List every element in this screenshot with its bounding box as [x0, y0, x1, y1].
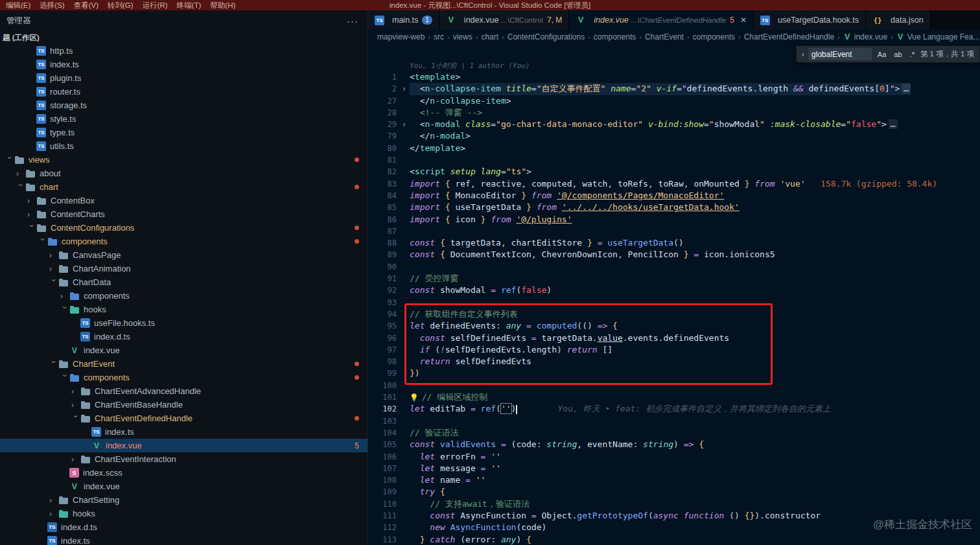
- code-token: template: [420, 143, 461, 153]
- tree-item-http.ts[interactable]: TShttp.ts: [0, 44, 368, 58]
- tree-item-plugin.ts[interactable]: TSplugin.ts: [0, 71, 368, 85]
- tree-item-ChartSetting[interactable]: ChartSetting: [0, 493, 368, 507]
- tree-item-ChartAnimation[interactable]: ChartAnimation: [0, 262, 368, 275]
- code-token: import: [410, 191, 440, 200]
- menu-帮助(H)[interactable]: 帮助(H): [205, 1, 240, 10]
- tree-item-ChartEventBaseHandle[interactable]: ChartEventBaseHandle: [0, 398, 368, 412]
- code-token: title: [506, 84, 531, 93]
- menu-编辑(E)[interactable]: 编辑(E): [1, 1, 35, 10]
- tree-item-ChartEventDefinedHandle[interactable]: ChartEventDefinedHandle: [0, 412, 368, 425]
- fold-collapsed-icon[interactable]: [402, 119, 406, 130]
- tree-item-index.ts[interactable]: TSindex.ts: [0, 534, 368, 545]
- close-icon[interactable]: [740, 16, 747, 25]
- code-line-content: }): [410, 367, 420, 379]
- breadcrumb-item-src[interactable]: src: [434, 32, 444, 41]
- tree-item-hooks[interactable]: hooks: [0, 303, 368, 316]
- regex-icon[interactable]: .*: [908, 50, 916, 59]
- breadcrumb-item-index.vue[interactable]: Vindex.vue: [843, 32, 887, 41]
- folder-icon: [58, 264, 69, 273]
- find-expand-icon[interactable]: [802, 50, 804, 59]
- tab-data.json[interactable]: {}data.json: [866, 10, 931, 30]
- more-actions-icon[interactable]: ···: [347, 16, 358, 27]
- menu-选择(S)[interactable]: 选择(S): [35, 1, 69, 10]
- tab-main.ts[interactable]: TSmain.ts1: [368, 10, 439, 30]
- tree-item-index.vue[interactable]: Vindex.vue: [0, 343, 368, 357]
- code-line: 94// 获取组件自定义事件列表: [368, 308, 980, 320]
- breadcrumb-item-components[interactable]: components: [693, 32, 735, 41]
- tree-item-ChartEvent[interactable]: ChartEvent: [0, 357, 368, 371]
- tree-item-index.d.ts[interactable]: TSindex.d.ts: [0, 520, 368, 534]
- code-token: setup: [450, 167, 476, 176]
- code-editor[interactable]: Aa ab .* 第 1 项，共 1 项 You, 1小时前 | 1 autho…: [368, 44, 980, 545]
- tab-useTargetData.hook.ts[interactable]: TSuseTargetData.hook.ts: [754, 10, 866, 30]
- code-line: 90: [368, 261, 980, 273]
- folder-icon: [58, 495, 69, 505]
- menu-终端(T)[interactable]: 终端(T): [172, 1, 206, 10]
- line-number: 96: [368, 332, 410, 344]
- code-token: eventName: [587, 439, 633, 449]
- tab-label: data.json: [891, 16, 924, 25]
- tree-item-useFile.hooks.ts[interactable]: TSuseFile.hooks.ts: [0, 316, 368, 330]
- whole-word-icon[interactable]: ab: [892, 50, 904, 59]
- tree-item-ContentCharts[interactable]: ContentCharts: [0, 207, 368, 221]
- tree-item-ContentBox[interactable]: ContentBox: [0, 194, 368, 207]
- tree-item-label: hooks: [84, 305, 106, 314]
- tab-index.vue[interactable]: Vindex.vue...\ChartEventDefinedHandle5: [569, 10, 754, 30]
- code-token: ": [682, 84, 687, 93]
- tree-item-style.ts[interactable]: TSstyle.ts: [0, 112, 368, 126]
- breadcrumb-item-Vue Language Fea...[interactable]: VVue Language Fea...: [896, 32, 980, 41]
- tree-item-storage.ts[interactable]: TSstorage.ts: [0, 99, 368, 112]
- tree-item-utils.ts[interactable]: TSutils.ts: [0, 139, 368, 153]
- find-input[interactable]: [808, 48, 872, 60]
- tree-item-index.d.ts[interactable]: TSindex.d.ts: [0, 330, 368, 343]
- tree-item-index.ts[interactable]: TSindex.ts: [0, 425, 368, 439]
- breadcrumb-item-views[interactable]: views: [453, 32, 472, 41]
- tree-item-components[interactable]: components: [0, 371, 368, 384]
- code-line: 88const { targetData, chartEditStore } =…: [368, 237, 980, 249]
- tree-item-components[interactable]: components: [0, 235, 368, 248]
- breadcrumb-item-ContentConfigurations[interactable]: ContentConfigurations: [508, 32, 585, 41]
- code-token: ,: [607, 179, 618, 189]
- code-token: …: [889, 119, 898, 129]
- code-token: showModal: [714, 119, 760, 129]
- tree-item-type.ts[interactable]: TStype.ts: [0, 126, 368, 139]
- fold-collapsed-icon[interactable]: [402, 83, 406, 95]
- code-token: >: [526, 167, 531, 176]
- breadcrumb-item-chart[interactable]: chart: [481, 32, 498, 41]
- workspace-section-header[interactable]: 题 (工作区): [0, 31, 368, 44]
- match-case-icon[interactable]: Aa: [876, 50, 888, 59]
- code-token: =: [501, 167, 506, 176]
- tree-item-CanvasPage[interactable]: CanvasPage: [0, 248, 368, 262]
- tree-item-ChartData[interactable]: ChartData: [0, 275, 368, 289]
- line-number: 101: [368, 391, 410, 403]
- tree-item-ChartEventAdvancedHandle[interactable]: ChartEventAdvancedHandle: [0, 384, 368, 398]
- menu-转到(G)[interactable]: 转到(G): [103, 1, 138, 10]
- tree-item-index.ts[interactable]: TSindex.ts: [0, 58, 368, 71]
- code-token: definedEvents: [687, 84, 753, 93]
- tree-item-chart[interactable]: chart: [0, 180, 368, 194]
- tree-item-router.ts[interactable]: TSrouter.ts: [0, 85, 368, 99]
- tree-item-index.vue[interactable]: Vindex.vue: [0, 480, 368, 493]
- tab-index.vue[interactable]: Vindex.vue...\CftControl7, M: [439, 10, 569, 30]
- breadcrumb-item-ChartEventDefinedHandle[interactable]: ChartEventDefinedHandle: [744, 32, 834, 41]
- tree-item-views[interactable]: views: [0, 153, 368, 167]
- editor-column: TSmain.ts1Vindex.vue...\CftControl7, MVi…: [368, 10, 980, 545]
- code-line: 98 return selfDefinedEvts: [368, 356, 980, 367]
- tree-item-label: ChartAnimation: [73, 264, 131, 273]
- tree-item-components[interactable]: components: [0, 289, 368, 303]
- menu-查看(V)[interactable]: 查看(V): [69, 1, 103, 10]
- code-line-content: const selfDefinedEvts = targetData.value…: [410, 332, 729, 344]
- tree-item-ContentConfigurations[interactable]: ContentConfigurations: [0, 221, 368, 235]
- code-token: ": [760, 119, 765, 129]
- breadcrumb-item-mapview-web[interactable]: mapview-web: [377, 32, 425, 41]
- menu-运行(R)[interactable]: 运行(R): [138, 1, 172, 10]
- tree-item-index.scss[interactable]: Sindex.scss: [0, 466, 368, 480]
- code-token: [557, 202, 562, 212]
- tree-item-hooks[interactable]: hooks: [0, 507, 368, 520]
- breadcrumb-item-components[interactable]: components: [594, 32, 636, 41]
- chevron-down-icon: [71, 415, 80, 424]
- tree-item-about[interactable]: about: [0, 167, 368, 180]
- tree-item-index.vue[interactable]: Vindex.vue5: [0, 439, 368, 452]
- tree-item-ChartEventInteraction[interactable]: ChartEventInteraction: [0, 452, 368, 466]
- breadcrumb-item-ChartEvent[interactable]: ChartEvent: [645, 32, 684, 41]
